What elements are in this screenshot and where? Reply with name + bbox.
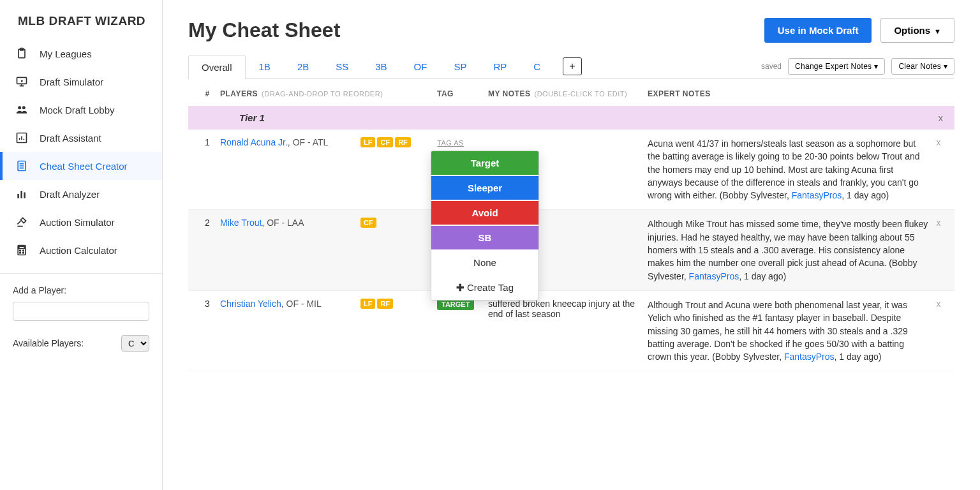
tag-create-button[interactable]: ✚Create Tag xyxy=(431,274,538,300)
svg-point-15 xyxy=(23,252,24,253)
tag-cell[interactable]: TARGET xyxy=(437,299,488,363)
sidebar-item-label: My Leagues xyxy=(40,48,92,59)
svg-point-4 xyxy=(22,106,26,109)
player-name-link[interactable]: Mike Trout xyxy=(220,218,262,228)
svg-rect-9 xyxy=(24,193,26,198)
clipboard-icon xyxy=(14,47,29,60)
use-in-mock-draft-button[interactable]: Use in Mock Draft xyxy=(764,18,872,43)
remove-row-button[interactable]: x xyxy=(937,218,941,228)
row-number: 1 xyxy=(195,137,220,202)
sidebar-item-label: Auction Calculator xyxy=(40,245,117,256)
sheet-icon xyxy=(14,160,29,172)
bar-chart-icon xyxy=(14,131,29,144)
row-number: 2 xyxy=(195,218,220,282)
tier-row[interactable]: Tier 1 x xyxy=(188,106,954,130)
sidebar-item-draft-simulator[interactable]: Draft Simulator xyxy=(0,68,162,96)
sidebar-item-draft-analyzer[interactable]: Draft Analyzer xyxy=(0,180,162,208)
sidebar-item-label: Draft Assistant xyxy=(40,133,101,144)
table-row[interactable]: 3Christian Yelich, OF - MILLFRFTARGETsuf… xyxy=(188,291,954,371)
svg-rect-8 xyxy=(20,191,22,198)
sidebar-item-cheat-sheet-creator[interactable]: Cheat Sheet Creator xyxy=(0,152,162,180)
tab-c[interactable]: C xyxy=(520,54,554,78)
caret-down-icon: ▼ xyxy=(934,27,941,35)
tag-popover: Target Sleeper Avoid SB None ✚Create Tag xyxy=(431,151,539,301)
sidebar: MLB DRAFT WIZARD My LeaguesDraft Simulat… xyxy=(0,0,163,490)
add-player-label: Add a Player: xyxy=(13,285,66,295)
tab-overall[interactable]: Overall xyxy=(188,55,246,79)
tab-2b[interactable]: 2B xyxy=(284,54,322,78)
tab-3b[interactable]: 3B xyxy=(362,54,400,78)
tab-1b[interactable]: 1B xyxy=(246,54,284,78)
analytics-icon xyxy=(14,188,29,200)
available-players-select[interactable]: C xyxy=(121,335,149,352)
position-badge: RF xyxy=(395,137,411,147)
caret-down-icon: ▾ xyxy=(944,62,947,71)
monitor-icon xyxy=(14,75,29,88)
gavel-icon xyxy=(14,216,29,228)
plus-icon: ✚ xyxy=(456,282,464,293)
expert-source-link[interactable]: FantasyPros xyxy=(689,271,739,281)
sidebar-item-auction-calculator[interactable]: Auction Calculator xyxy=(0,236,162,264)
table-row[interactable]: 2Mike Trout, OF - LAACFAlthough Mike Tro… xyxy=(188,210,954,290)
tab-ss[interactable]: SS xyxy=(322,54,362,78)
table-row[interactable]: 1Ronald Acuna Jr., OF - ATLLFCFRFTAG ASA… xyxy=(188,130,954,210)
calculator-icon xyxy=(14,244,29,256)
position-badge: LF xyxy=(360,137,375,147)
add-player-input[interactable] xyxy=(13,302,149,321)
tier-label: Tier 1 xyxy=(239,112,265,123)
expert-source-link[interactable]: FantasyPros xyxy=(784,352,835,362)
player-name-link[interactable]: Ronald Acuna Jr. xyxy=(220,137,288,147)
sidebar-item-label: Draft Simulator xyxy=(40,77,103,87)
tabs: Overall1B2BSS3BOFSPRPC+ saved Change Exp… xyxy=(188,54,954,79)
tag-as-trigger[interactable]: TAG AS xyxy=(437,139,464,147)
col-notes-header: MY NOTES(DOUBLE-CLICK TO EDIT) xyxy=(488,89,648,98)
svg-point-12 xyxy=(20,250,21,251)
my-notes-cell[interactable]: suffered broken kneecap injury at the en… xyxy=(488,299,648,363)
saved-status: saved xyxy=(761,62,782,71)
tag-option-sleeper[interactable]: Sleeper xyxy=(431,175,538,200)
caret-down-icon: ▾ xyxy=(874,62,878,71)
sidebar-item-label: Auction Simulator xyxy=(40,217,115,228)
clear-notes-button[interactable]: Clear Notes ▾ xyxy=(891,58,954,75)
tag-option-target[interactable]: Target xyxy=(431,151,538,175)
tag-option-avoid[interactable]: Avoid xyxy=(431,200,538,225)
sidebar-item-label: Mock Draft Lobby xyxy=(40,105,115,115)
sidebar-item-label: Cheat Sheet Creator xyxy=(40,161,128,172)
change-expert-notes-button[interactable]: Change Expert Notes ▾ xyxy=(788,58,885,75)
tag-option-none[interactable]: None xyxy=(431,249,538,274)
player-meta: , OF - LAA xyxy=(262,218,304,228)
sidebar-item-mock-draft-lobby[interactable]: Mock Draft Lobby xyxy=(0,96,162,124)
col-num-header: # xyxy=(195,89,220,98)
remove-row-button[interactable]: x xyxy=(937,299,941,309)
player-meta: , OF - MIL xyxy=(281,299,322,309)
expert-source-link[interactable]: FantasyPros xyxy=(792,190,842,200)
svg-point-3 xyxy=(18,106,21,109)
tab-of[interactable]: OF xyxy=(401,54,441,78)
svg-point-14 xyxy=(20,252,21,253)
player-meta: , OF - ATL xyxy=(288,137,329,147)
svg-rect-11 xyxy=(19,246,24,248)
remove-row-button[interactable]: x xyxy=(937,137,941,147)
col-expert-header: EXPERT NOTES xyxy=(648,89,929,98)
expert-notes-cell: Acuna went 41/37 in homers/steals last s… xyxy=(648,137,929,202)
nav-list: My LeaguesDraft SimulatorMock Draft Lobb… xyxy=(0,40,162,264)
sidebar-item-draft-assistant[interactable]: Draft Assistant xyxy=(0,124,162,152)
available-players-label: Available Players: xyxy=(13,338,84,348)
row-number: 3 xyxy=(195,299,220,363)
users-icon xyxy=(14,103,29,116)
player-name-link[interactable]: Christian Yelich xyxy=(220,299,281,309)
tier-remove-button[interactable]: x xyxy=(939,112,949,123)
col-tag-header: TAG xyxy=(437,89,488,98)
position-badge: CF xyxy=(377,137,393,147)
sidebar-item-my-leagues[interactable]: My Leagues xyxy=(0,40,162,68)
add-tab-button[interactable]: + xyxy=(563,57,581,75)
tag-option-sb[interactable]: SB xyxy=(431,225,538,249)
page-title: My Cheat Sheet xyxy=(188,19,340,42)
main-content: My Cheat Sheet Use in Mock Draft Options… xyxy=(163,0,980,490)
col-players-header: PLAYERS(DRAG-AND-DROP TO REORDER) xyxy=(220,89,437,98)
tab-rp[interactable]: RP xyxy=(480,54,520,78)
position-badge: RF xyxy=(377,299,393,309)
tab-sp[interactable]: SP xyxy=(440,54,480,78)
options-button[interactable]: Options▼ xyxy=(880,18,954,43)
sidebar-item-auction-simulator[interactable]: Auction Simulator xyxy=(0,208,162,236)
